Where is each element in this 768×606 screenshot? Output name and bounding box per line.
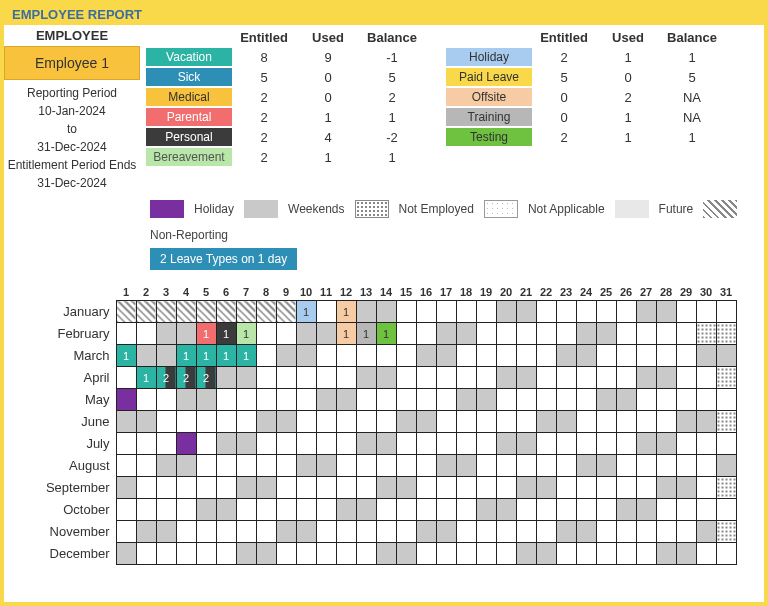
calendar-cell[interactable] — [596, 477, 616, 499]
calendar-cell[interactable] — [336, 455, 356, 477]
calendar-cell[interactable] — [196, 521, 216, 543]
calendar-cell[interactable] — [136, 345, 156, 367]
calendar-cell[interactable] — [456, 411, 476, 433]
calendar-cell[interactable] — [576, 521, 596, 543]
calendar-cell[interactable] — [456, 367, 476, 389]
calendar-cell[interactable] — [176, 323, 196, 345]
calendar-cell[interactable]: 2 — [196, 367, 216, 389]
calendar-cell[interactable] — [596, 301, 616, 323]
calendar-cell[interactable]: 1 — [296, 301, 316, 323]
calendar-cell[interactable] — [336, 543, 356, 565]
calendar-cell[interactable] — [516, 499, 536, 521]
calendar-cell[interactable] — [316, 411, 336, 433]
calendar-cell[interactable] — [316, 433, 336, 455]
calendar-cell[interactable] — [436, 389, 456, 411]
calendar-cell[interactable] — [216, 499, 236, 521]
calendar-cell[interactable] — [316, 521, 336, 543]
calendar-cell[interactable] — [456, 301, 476, 323]
calendar-cell[interactable] — [196, 411, 216, 433]
calendar-cell[interactable] — [196, 477, 216, 499]
calendar-cell[interactable] — [296, 499, 316, 521]
calendar-cell[interactable] — [556, 543, 576, 565]
calendar-cell[interactable] — [636, 345, 656, 367]
calendar-cell[interactable]: 1 — [236, 345, 256, 367]
calendar-cell[interactable] — [116, 367, 136, 389]
employee-name-pill[interactable]: Employee 1 — [4, 46, 140, 80]
calendar-cell[interactable] — [156, 301, 176, 323]
calendar-cell[interactable] — [296, 543, 316, 565]
calendar-cell[interactable] — [436, 323, 456, 345]
calendar-cell[interactable] — [556, 499, 576, 521]
calendar-cell[interactable] — [676, 367, 696, 389]
calendar-cell[interactable] — [276, 543, 296, 565]
calendar-cell[interactable] — [176, 499, 196, 521]
calendar-cell[interactable] — [316, 543, 336, 565]
calendar-cell[interactable] — [116, 455, 136, 477]
calendar-cell[interactable] — [416, 323, 436, 345]
calendar-cell[interactable] — [696, 499, 716, 521]
calendar-cell[interactable] — [616, 301, 636, 323]
calendar-cell[interactable] — [416, 367, 436, 389]
calendar-cell[interactable] — [376, 455, 396, 477]
calendar-cell[interactable] — [296, 345, 316, 367]
calendar-cell[interactable] — [136, 455, 156, 477]
calendar-cell[interactable] — [316, 367, 336, 389]
calendar-cell[interactable] — [256, 345, 276, 367]
calendar-cell[interactable] — [696, 433, 716, 455]
calendar-cell[interactable] — [516, 301, 536, 323]
calendar-cell[interactable] — [136, 521, 156, 543]
calendar-cell[interactable] — [336, 345, 356, 367]
calendar-cell[interactable] — [556, 477, 576, 499]
calendar-cell[interactable] — [516, 455, 536, 477]
calendar-cell[interactable] — [596, 499, 616, 521]
calendar-cell[interactable] — [256, 521, 276, 543]
calendar-cell[interactable] — [456, 499, 476, 521]
calendar-cell[interactable] — [516, 477, 536, 499]
calendar-cell[interactable] — [456, 323, 476, 345]
calendar-cell[interactable] — [116, 477, 136, 499]
calendar-cell[interactable] — [216, 411, 236, 433]
calendar-cell[interactable] — [436, 477, 456, 499]
calendar-cell[interactable] — [716, 301, 736, 323]
calendar-cell[interactable] — [116, 389, 136, 411]
calendar-cell[interactable] — [616, 367, 636, 389]
calendar-cell[interactable] — [256, 433, 276, 455]
calendar-cell[interactable] — [396, 323, 416, 345]
calendar-cell[interactable] — [296, 521, 316, 543]
calendar-cell[interactable] — [216, 301, 236, 323]
calendar-cell[interactable] — [576, 367, 596, 389]
calendar-cell[interactable] — [636, 433, 656, 455]
calendar-cell[interactable] — [616, 543, 636, 565]
calendar-cell[interactable] — [116, 543, 136, 565]
calendar-cell[interactable] — [656, 521, 676, 543]
calendar-cell[interactable] — [636, 477, 656, 499]
calendar-cell[interactable] — [196, 389, 216, 411]
calendar-cell[interactable] — [656, 367, 676, 389]
calendar-cell[interactable] — [496, 543, 516, 565]
calendar-cell[interactable] — [696, 477, 716, 499]
calendar-cell[interactable] — [556, 301, 576, 323]
calendar-cell[interactable] — [316, 455, 336, 477]
calendar-cell[interactable] — [696, 411, 716, 433]
calendar-cell[interactable] — [336, 389, 356, 411]
calendar-cell[interactable] — [536, 433, 556, 455]
calendar-cell[interactable] — [516, 411, 536, 433]
calendar-cell[interactable] — [116, 521, 136, 543]
calendar-cell[interactable] — [236, 389, 256, 411]
calendar-cell[interactable] — [356, 433, 376, 455]
calendar-cell[interactable] — [196, 455, 216, 477]
calendar-cell[interactable] — [476, 521, 496, 543]
calendar-cell[interactable] — [276, 301, 296, 323]
calendar-cell[interactable] — [176, 477, 196, 499]
calendar-cell[interactable] — [176, 543, 196, 565]
calendar-cell[interactable] — [376, 543, 396, 565]
calendar-cell[interactable] — [636, 389, 656, 411]
calendar-cell[interactable] — [396, 301, 416, 323]
calendar-cell[interactable] — [456, 477, 476, 499]
calendar-cell[interactable] — [696, 345, 716, 367]
calendar-cell[interactable] — [456, 521, 476, 543]
calendar-cell[interactable] — [156, 455, 176, 477]
calendar-cell[interactable] — [496, 433, 516, 455]
calendar-cell[interactable] — [396, 389, 416, 411]
calendar-cell[interactable] — [556, 433, 576, 455]
